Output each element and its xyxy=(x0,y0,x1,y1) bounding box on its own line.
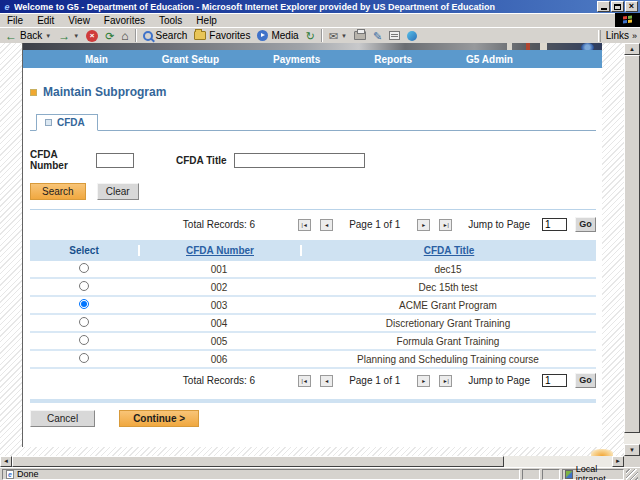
document-status-icon: e xyxy=(6,470,14,479)
menu-edit[interactable]: Edit xyxy=(30,15,61,26)
horizontal-scroll-thumb[interactable] xyxy=(12,456,504,467)
row-radio[interactable] xyxy=(79,281,89,291)
page-panel: Main Grant Setup Payments Reports G5 Adm… xyxy=(22,43,602,447)
menu-favorites[interactable]: Favorites xyxy=(97,15,152,26)
row-cfda-number: 004 xyxy=(138,318,300,329)
cfda-number-input[interactable] xyxy=(96,153,134,168)
next-page-button[interactable]: ► xyxy=(417,219,430,231)
standard-toolbar: ← Back ▼ → ▼ × ⟳ ⌂ Search Favorites Medi… xyxy=(0,27,640,43)
total-records-label: Total Records: 6 xyxy=(183,375,255,386)
row-cfda-title: Discretionary Grant Training xyxy=(300,318,596,329)
media-button[interactable]: Media xyxy=(254,28,301,43)
back-button[interactable]: ← Back ▼ xyxy=(2,28,54,43)
tab-cfda[interactable]: CFDA xyxy=(36,114,98,131)
search-button[interactable]: Search xyxy=(140,28,191,43)
links-toolbar[interactable]: Links » xyxy=(598,30,640,42)
pagination-top: Total Records: 6 |◄ ◄ Page 1 of 1 ► ►| J… xyxy=(30,217,596,232)
page-indicator: Page 1 of 1 xyxy=(349,375,400,386)
divider xyxy=(30,209,596,210)
header-cfda-number-link[interactable]: CFDA Number xyxy=(186,245,254,256)
windows-flag-icon xyxy=(623,16,632,25)
history-icon: ↻ xyxy=(306,30,315,42)
form-buttons: Search Clear xyxy=(30,183,596,200)
zone-label: Local intranet xyxy=(576,464,621,480)
print-icon xyxy=(354,31,366,40)
vertical-scroll-thumb[interactable] xyxy=(624,55,640,433)
close-button[interactable]: × xyxy=(625,1,638,12)
header-select: Select xyxy=(30,245,138,256)
prev-page-button[interactable]: ◄ xyxy=(320,219,333,231)
intranet-zone-icon xyxy=(565,470,573,479)
mail-icon: ✉ xyxy=(329,30,338,42)
clear-button[interactable]: Clear xyxy=(97,183,139,200)
nav-g5-admin[interactable]: G5 Admin xyxy=(466,54,513,65)
toolbar-separator xyxy=(135,29,137,42)
last-page-button[interactable]: ►| xyxy=(439,375,452,387)
prev-page-button[interactable]: ◄ xyxy=(320,375,333,387)
continue-button[interactable]: Continue > xyxy=(119,410,199,427)
header-cfda-title-link[interactable]: CFDA Title xyxy=(424,245,475,256)
minimize-button[interactable] xyxy=(597,1,610,12)
menu-view[interactable]: View xyxy=(61,15,97,26)
home-button[interactable]: ⌂ xyxy=(118,28,131,43)
row-cfda-number: 006 xyxy=(138,354,300,365)
scroll-up-button[interactable]: ▲ xyxy=(624,43,640,55)
search-submit-button[interactable]: Search xyxy=(30,183,86,200)
refresh-button[interactable]: ⟳ xyxy=(102,28,117,43)
row-radio[interactable] xyxy=(79,335,89,345)
ie-icon: e xyxy=(2,2,12,12)
last-page-button[interactable]: ►| xyxy=(439,219,452,231)
jump-to-page-input[interactable] xyxy=(542,218,567,231)
go-button[interactable]: Go xyxy=(575,373,596,388)
next-page-button[interactable]: ► xyxy=(417,375,430,387)
menu-file[interactable]: File xyxy=(0,15,30,26)
table-row: 003 ACME Grant Program xyxy=(30,297,596,315)
row-radio[interactable] xyxy=(79,317,89,327)
row-radio[interactable] xyxy=(79,353,89,363)
row-cfda-number: 002 xyxy=(138,282,300,293)
forward-button[interactable]: → ▼ xyxy=(55,28,82,43)
browser-window: e Welcome to G5 - Department of Educatio… xyxy=(0,0,640,480)
page-title: Maintain Subprogram xyxy=(43,85,166,99)
nav-grant-setup[interactable]: Grant Setup xyxy=(162,54,219,65)
forward-dropdown-icon: ▼ xyxy=(73,33,79,39)
history-button[interactable]: ↻ xyxy=(303,28,318,43)
edit-button[interactable]: ✎ xyxy=(370,28,385,43)
go-button[interactable]: Go xyxy=(575,217,596,232)
mail-button[interactable]: ✉ ▼ xyxy=(326,28,350,43)
messenger-button[interactable] xyxy=(404,28,420,43)
status-panel xyxy=(542,469,560,480)
table-row: 005 Formula Grant Training xyxy=(30,333,596,351)
resize-grip[interactable] xyxy=(626,469,638,480)
jump-to-page-input[interactable] xyxy=(542,374,567,387)
nav-main[interactable]: Main xyxy=(85,54,108,65)
cfda-table: Select CFDA Number CFDA Title 001 dec15 … xyxy=(30,240,596,369)
first-page-button[interactable]: |◄ xyxy=(298,219,311,231)
row-cfda-title: Planning and Scheduling Training course xyxy=(300,354,596,365)
refresh-icon: ⟳ xyxy=(105,30,114,42)
row-radio[interactable] xyxy=(79,263,89,273)
forward-arrow-icon: → xyxy=(58,30,70,42)
stop-button[interactable]: × xyxy=(83,28,101,43)
scroll-down-button[interactable]: ▼ xyxy=(624,444,640,456)
restore-button[interactable] xyxy=(611,1,624,12)
row-cfda-title: Formula Grant Training xyxy=(300,336,596,347)
row-cfda-number: 005 xyxy=(138,336,300,347)
row-cfda-title: ACME Grant Program xyxy=(300,300,596,311)
favorites-button[interactable]: Favorites xyxy=(191,28,253,43)
first-page-button[interactable]: |◄ xyxy=(298,375,311,387)
cancel-button[interactable]: Cancel xyxy=(30,410,95,427)
discuss-button[interactable] xyxy=(386,28,403,43)
cfda-title-input[interactable] xyxy=(234,153,365,168)
page-viewport: Main Grant Setup Payments Reports G5 Adm… xyxy=(0,43,624,456)
nav-payments[interactable]: Payments xyxy=(273,54,320,65)
scroll-left-button[interactable]: ◄ xyxy=(0,456,12,467)
links-label: Links xyxy=(606,30,629,41)
media-icon xyxy=(257,30,268,41)
print-button[interactable] xyxy=(351,28,369,43)
nav-reports[interactable]: Reports xyxy=(374,54,412,65)
row-radio[interactable] xyxy=(79,299,89,309)
stop-icon: × xyxy=(86,30,98,42)
menu-help[interactable]: Help xyxy=(189,15,224,26)
menu-tools[interactable]: Tools xyxy=(152,15,189,26)
